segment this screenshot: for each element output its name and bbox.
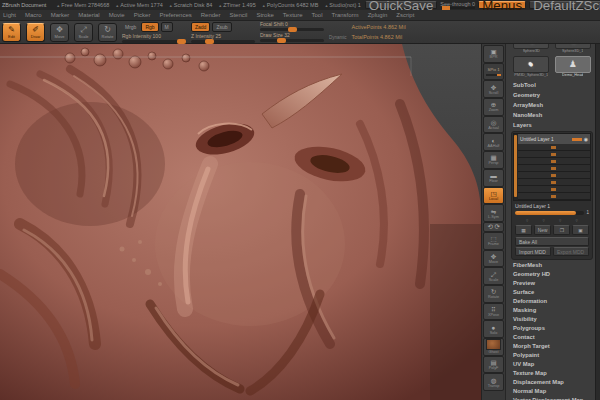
layer-row-empty[interactable] xyxy=(518,186,590,193)
rgb-intensity-slider[interactable]: Rgb Intensity 100 xyxy=(122,34,186,43)
layer-scrollbar[interactable] xyxy=(514,135,517,197)
layer-delete-button[interactable]: ▣ xyxy=(572,225,589,235)
layer-arrow-icon[interactable]: ▿ xyxy=(543,218,545,223)
menu-item[interactable]: Material xyxy=(78,12,99,18)
layer-new-button[interactable]: New xyxy=(534,225,552,235)
menu-item[interactable]: Zscript xyxy=(396,12,414,18)
right-shelf-button[interactable]: ◎ Actual xyxy=(483,116,504,134)
menu-item[interactable]: Preferences xyxy=(159,12,191,18)
subpalette-header[interactable]: NanoMesh xyxy=(506,110,596,120)
zsub-button[interactable]: Zsub xyxy=(212,22,231,32)
layer-select-button[interactable]: ▦ xyxy=(515,225,532,235)
right-shelf-button[interactable]: ▬ Floor xyxy=(483,169,504,187)
subpalette-header[interactable]: Contact xyxy=(506,333,596,342)
focal-shift-slider[interactable]: Focal Shift 0 xyxy=(260,22,324,31)
menu-item[interactable]: Marker xyxy=(51,12,70,18)
subpalette-header[interactable]: Geometry xyxy=(506,90,596,100)
subpalette-header[interactable]: Geometry HD xyxy=(506,270,596,279)
layers-header[interactable]: Layers xyxy=(506,120,596,130)
right-shelf-button[interactable]: SPix 1 xyxy=(483,63,504,81)
right-shelf-button[interactable]: ⊕ Zoom xyxy=(483,98,504,116)
bake-all-button[interactable]: Bake All xyxy=(515,237,589,246)
export-mdd-button[interactable]: Export MDD xyxy=(553,247,589,256)
menu-item[interactable]: Macro xyxy=(25,12,42,18)
layer-arrow-icon[interactable]: ▿ xyxy=(559,218,561,223)
right-shelf-button[interactable]: ● Solo xyxy=(483,320,504,338)
layer-row-selected[interactable]: Untitled Layer 1 ◉ xyxy=(518,134,590,144)
mrgb-button[interactable]: Mrgb xyxy=(122,23,139,31)
draw-size-slider[interactable]: Draw Size 32 xyxy=(260,33,324,42)
subpalette-header[interactable]: Deformation xyxy=(506,297,596,306)
layer-duplicate-button[interactable]: ❐ xyxy=(553,225,570,235)
menu-item[interactable]: Light xyxy=(3,12,16,18)
default-zscript-button[interactable]: DefaultZScript xyxy=(529,1,600,9)
menu-item[interactable]: Texture xyxy=(283,12,303,18)
see-through-slider[interactable]: See-through 0 xyxy=(440,1,475,9)
subpalette-header[interactable]: Texture Map xyxy=(506,369,596,378)
edit-button[interactable]: ✎ Edit xyxy=(2,23,21,42)
rgb-button[interactable]: Rgb xyxy=(141,22,158,32)
layer-intensity-slider[interactable]: 1 xyxy=(513,210,591,217)
right-shelf-button[interactable]: ⟲ ⟳ xyxy=(483,222,504,232)
right-shelf-button[interactable]: ◐ AAHalf xyxy=(483,133,504,151)
quicksave-button[interactable]: QuickSave xyxy=(365,1,437,9)
right-shelf-button[interactable]: ◍ Transp xyxy=(483,373,504,391)
record-icon[interactable]: ◉ xyxy=(584,136,588,142)
right-shelf-button[interactable]: ✥ Move xyxy=(483,250,504,268)
layer-row-empty[interactable] xyxy=(518,144,590,151)
menus-button[interactable]: Menus xyxy=(478,1,526,9)
subpalette-header[interactable]: Polygroups xyxy=(506,324,596,333)
menu-item[interactable]: Stroke xyxy=(256,12,273,18)
right-shelf-button[interactable]: ⇋ L.Sym xyxy=(483,204,504,222)
scale-button[interactable]: ⤢ Scale xyxy=(74,23,93,42)
right-shelf-button[interactable]: ↻ Rotate xyxy=(483,285,504,303)
layer-arrow-icon[interactable]: ▿ xyxy=(526,218,528,223)
subpalette-header[interactable]: Surface xyxy=(506,288,596,297)
draw-button[interactable]: ✐ Draw xyxy=(26,23,45,42)
layer-row-empty[interactable] xyxy=(518,193,590,200)
subpalette-header[interactable]: UV Map xyxy=(506,360,596,369)
right-shelf-button[interactable]: ▤ PolyF xyxy=(483,356,504,374)
right-shelf-button[interactable]: ⠿ XPose xyxy=(483,303,504,321)
subpalette-header[interactable]: Masking xyxy=(506,306,596,315)
layer-row-empty[interactable] xyxy=(518,172,590,179)
layer-row-empty[interactable] xyxy=(518,158,590,165)
menu-item[interactable]: Picker xyxy=(134,12,151,18)
right-shelf-button[interactable]: ⤢ Scale xyxy=(483,267,504,285)
subpalette-header[interactable]: Preview xyxy=(506,279,596,288)
right-shelf-button[interactable]: ⬚ Frame xyxy=(483,232,504,250)
subpalette-header[interactable]: Visibility xyxy=(506,315,596,324)
subpalette-header[interactable]: ArrayMesh xyxy=(506,100,596,110)
right-shelf-button[interactable]: ◳ Local xyxy=(483,187,504,205)
right-shelf-button[interactable]: Ghost xyxy=(483,338,504,356)
menu-item[interactable]: Transform xyxy=(332,12,359,18)
layer-arrow-icon[interactable]: ▿ xyxy=(576,218,578,223)
move-button[interactable]: ✥ Move xyxy=(50,23,69,42)
dynamic-toggle[interactable]: Dynamic xyxy=(329,35,347,40)
tool-thumbnail[interactable]: ♟ Demo_Head xyxy=(554,56,593,78)
subpalette-header[interactable]: Morph Target xyxy=(506,342,596,351)
tool-thumbnail[interactable]: ● PM3D_Sphere3D_1 xyxy=(512,56,551,78)
subpalette-header[interactable]: FiberMesh xyxy=(506,261,596,270)
menu-item[interactable]: Movie xyxy=(109,12,125,18)
subpalette-header[interactable]: Vector Displacement Map xyxy=(506,396,596,400)
zadd-button[interactable]: Zadd xyxy=(191,22,210,32)
menu-item[interactable]: Tool xyxy=(311,12,322,18)
menu-item[interactable]: Stencil xyxy=(229,12,247,18)
menu-item[interactable]: Zplugin xyxy=(368,12,388,18)
subpalette-header[interactable]: Normal Map xyxy=(506,387,596,396)
menu-item[interactable]: Render xyxy=(201,12,221,18)
subpalette-header[interactable]: Polypaint xyxy=(506,351,596,360)
z-intensity-slider[interactable]: Z Intensity 25 xyxy=(191,34,255,43)
layer-row-empty[interactable] xyxy=(518,165,590,172)
layer-row-empty[interactable] xyxy=(518,179,590,186)
subpalette-header[interactable]: Displacement Map xyxy=(506,378,596,387)
sculpt-viewport[interactable] xyxy=(0,44,481,400)
right-shelf-button[interactable]: ▣ BPR xyxy=(483,45,504,63)
subpalette-header[interactable]: SubTool xyxy=(506,80,596,90)
import-mdd-button[interactable]: Import MDD xyxy=(515,247,551,256)
m-button[interactable]: M xyxy=(161,22,173,32)
rotate-button[interactable]: ↻ Rotate xyxy=(98,23,117,42)
layer-row-empty[interactable] xyxy=(518,151,590,158)
right-shelf-button[interactable]: ✥ Scroll xyxy=(483,80,504,98)
